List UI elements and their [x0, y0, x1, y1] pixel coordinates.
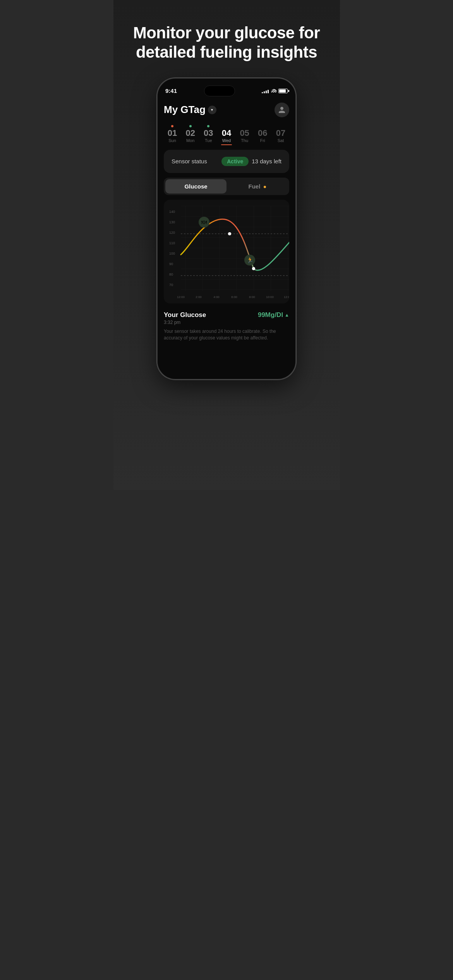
- app-content: My GTag ▾: [158, 98, 295, 379]
- date-dot-03: [207, 125, 209, 127]
- date-number-03: 03: [204, 129, 213, 137]
- svg-text:80: 80: [169, 272, 173, 276]
- chevron-down-icon: ▾: [211, 108, 213, 112]
- glucose-row: Your Glucose 99Mg/Dl ▲: [164, 311, 289, 319]
- svg-text:🏃: 🏃: [247, 257, 254, 264]
- date-item-01[interactable]: 01 Sun: [164, 125, 181, 145]
- date-item-06[interactable]: 06 Fri: [254, 125, 271, 145]
- date-number-05: 05: [240, 129, 249, 137]
- date-dot-07: [280, 125, 282, 127]
- exercise-icon: 🏃: [244, 255, 255, 266]
- glucose-info: Your Glucose 99Mg/Dl ▲ 3:32 pm Your sens…: [164, 308, 289, 343]
- sensor-days-left: 13 days left: [252, 158, 281, 164]
- glucose-time: 3:32 pm: [164, 320, 289, 325]
- sensor-card: Sensor status Active 13 days left: [164, 150, 289, 173]
- glucose-title: Your Glucose: [164, 311, 206, 319]
- tab-fuel-label: Fuel: [248, 183, 260, 190]
- svg-text:10:00: 10:00: [266, 295, 274, 299]
- date-number-06: 06: [258, 129, 267, 137]
- app-header: My GTag ▾: [164, 98, 289, 123]
- svg-text:110: 110: [169, 241, 175, 245]
- wifi-icon: [271, 88, 276, 94]
- date-dot-01: [171, 125, 173, 127]
- glucose-note: Your sensor takes around 24 hours to cal…: [164, 328, 289, 341]
- date-day-03: Tue: [205, 138, 212, 143]
- date-item-05[interactable]: 05 Thu: [236, 125, 253, 145]
- dynamic-island: [204, 86, 235, 96]
- date-selector: 01 Sun 02 Mon 03 Tue: [164, 123, 289, 150]
- sensor-status-group: Active 13 days left: [221, 157, 281, 166]
- date-number-01: 01: [168, 129, 177, 137]
- date-number-07: 07: [276, 129, 285, 137]
- svg-text:120: 120: [169, 231, 175, 235]
- date-dot-06: [261, 125, 264, 127]
- battery-fill: [279, 89, 286, 93]
- hero-section: Monitor your glucose for detailed fuelin…: [113, 0, 340, 78]
- dropdown-button[interactable]: ▾: [208, 106, 216, 114]
- status-icons: [262, 88, 288, 94]
- phone-inner: 9:41: [158, 79, 295, 379]
- phone-container: 9:41: [113, 78, 340, 395]
- date-dot-02: [189, 125, 192, 127]
- app-title-row: My GTag ▾: [164, 104, 216, 116]
- signal-bar-1: [262, 92, 263, 93]
- date-day-06: Fri: [260, 138, 265, 143]
- svg-text:70: 70: [169, 283, 173, 287]
- svg-text:100: 100: [169, 252, 175, 255]
- sensor-label: Sensor status: [172, 158, 207, 164]
- svg-text:4:00: 4:00: [213, 295, 220, 299]
- date-number-02: 02: [185, 129, 195, 137]
- glucose-value: 99Mg/Dl ▲: [258, 311, 289, 319]
- date-item-03[interactable]: 03 Tue: [200, 125, 217, 145]
- chart-card: 140 130 120 110 100 90 80 70: [164, 200, 289, 303]
- date-number-04: 04: [222, 129, 231, 137]
- status-bar: 9:41: [158, 79, 295, 98]
- glucose-point-dot: [252, 267, 255, 270]
- phone-frame: 9:41: [157, 78, 296, 380]
- date-day-07: Sat: [278, 138, 284, 143]
- glucose-chart: 140 130 120 110 100 90 80 70: [168, 206, 289, 299]
- svg-text:am: am: [178, 298, 183, 299]
- svg-text:2:00: 2:00: [196, 295, 202, 299]
- meal-icon: 🍽: [199, 217, 209, 228]
- sensor-active-badge: Active: [221, 157, 249, 166]
- battery-icon: [278, 89, 288, 93]
- fuel-dot-icon: [264, 186, 266, 188]
- date-item-02[interactable]: 02 Mon: [182, 125, 199, 145]
- date-day-05: Thu: [241, 138, 248, 143]
- date-dot-04: [225, 125, 228, 127]
- svg-text:90: 90: [169, 262, 173, 266]
- signal-bar-3: [266, 91, 267, 93]
- signal-bar-2: [264, 91, 265, 93]
- svg-text:6:00: 6:00: [231, 295, 237, 299]
- app-title: My GTag: [164, 104, 206, 116]
- svg-text:140: 140: [169, 210, 175, 214]
- date-day-02: Mon: [186, 138, 194, 143]
- signal-bar-4: [268, 90, 269, 93]
- glucose-value-text: 99Mg/Dl: [258, 311, 283, 319]
- hero-title: Monitor your glucose for detailed fuelin…: [129, 23, 324, 62]
- date-day-04: Wed: [222, 138, 231, 143]
- glucose-trend-icon: ▲: [285, 312, 289, 318]
- tab-fuel[interactable]: Fuel: [226, 179, 288, 194]
- date-item-07[interactable]: 07 Sat: [272, 125, 289, 145]
- svg-text:pm: pm: [285, 298, 289, 299]
- svg-text:8:00: 8:00: [249, 295, 255, 299]
- tab-glucose[interactable]: Glucose: [165, 179, 226, 194]
- status-time: 9:41: [165, 87, 177, 94]
- date-day-01: Sun: [168, 138, 176, 143]
- tab-switcher: Glucose Fuel: [164, 178, 289, 195]
- chart-grid: [181, 206, 289, 291]
- threshold-dot-upper: [228, 232, 231, 235]
- signal-bars-icon: [262, 89, 269, 93]
- avatar[interactable]: [275, 103, 289, 117]
- svg-text:🍽: 🍽: [201, 219, 207, 225]
- tab-glucose-label: Glucose: [184, 183, 207, 190]
- date-active-underline: [221, 144, 232, 145]
- svg-text:130: 130: [169, 220, 175, 224]
- date-item-04[interactable]: 04 Wed: [218, 125, 235, 145]
- date-dot-05: [244, 125, 246, 127]
